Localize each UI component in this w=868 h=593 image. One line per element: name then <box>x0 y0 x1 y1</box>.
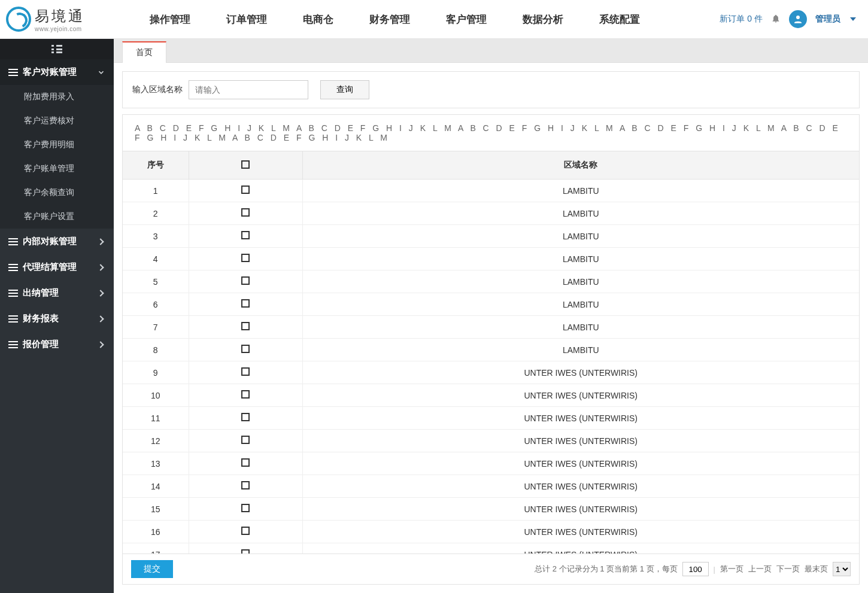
topnav-item-4[interactable]: 客户管理 <box>446 13 487 26</box>
sidebar-group-3[interactable]: 出纳管理 <box>0 280 114 306</box>
checkbox-icon[interactable] <box>241 208 250 217</box>
checkbox-icon[interactable] <box>241 345 250 353</box>
checkbox-icon[interactable] <box>241 504 250 512</box>
sidebar-group-2[interactable]: 代理结算管理 <box>0 254 114 280</box>
cell-region-name: UNTER IWES (UNTERWIRIS) <box>302 543 859 555</box>
cell-select[interactable] <box>189 543 302 555</box>
cell-select[interactable] <box>189 452 302 475</box>
checkbox-icon[interactable] <box>241 390 250 399</box>
alpha-index[interactable]: A B C D E F G H I J K L M A B C D E F G … <box>122 114 860 151</box>
region-table: 序号 区域名称 1LAMBITU2LAMBITU3LAMBITU4LAMBITU… <box>122 151 860 554</box>
cell-index: 5 <box>123 270 189 293</box>
checkbox-icon[interactable] <box>241 299 250 308</box>
table-row: 2LAMBITU <box>123 202 859 225</box>
cell-select[interactable] <box>189 384 302 407</box>
table-row: 17UNTER IWES (UNTERWIRIS) <box>123 543 859 555</box>
cell-select[interactable] <box>189 202 302 225</box>
bell-icon[interactable] <box>771 14 781 25</box>
page-next[interactable]: 下一页 <box>776 564 800 574</box>
sidebar-group-0[interactable]: 客户对账管理 <box>0 59 114 85</box>
top-nav: 操作管理订单管理电商仓财务管理客户管理数据分析系统配置 <box>150 13 720 26</box>
checkbox-icon[interactable] <box>241 185 250 194</box>
cell-region-name: LAMBITU <box>302 270 859 293</box>
table-row: 3LAMBITU <box>123 225 859 248</box>
cell-select[interactable] <box>189 339 302 361</box>
perpage-input[interactable] <box>682 562 709 576</box>
search-button[interactable]: 查询 <box>320 80 369 99</box>
chevron-right-icon <box>97 315 104 322</box>
region-name-input[interactable] <box>189 80 308 99</box>
chevron-down-icon[interactable] <box>850 17 856 21</box>
col-select[interactable] <box>189 151 302 180</box>
checkbox-icon[interactable] <box>241 413 250 421</box>
sidebar-item-0-4[interactable]: 客户余额查询 <box>0 181 114 205</box>
cell-select[interactable] <box>189 475 302 498</box>
cell-select[interactable] <box>189 361 302 384</box>
cell-index: 14 <box>123 475 189 498</box>
cell-index: 7 <box>123 316 189 339</box>
topnav-item-6[interactable]: 系统配置 <box>599 13 640 26</box>
cell-select[interactable] <box>189 248 302 270</box>
cell-select[interactable] <box>189 407 302 430</box>
checkbox-icon[interactable] <box>241 549 250 554</box>
list-icon <box>8 69 18 76</box>
user-name[interactable]: 管理员 <box>815 14 840 25</box>
sidebar-item-0-5[interactable]: 客户账户设置 <box>0 205 114 229</box>
sidebar-item-0-3[interactable]: 客户账单管理 <box>0 157 114 181</box>
main-content: 首页 输入区域名称 查询 A B C D E F G H I J K L M A… <box>114 39 868 593</box>
chevron-right-icon <box>97 238 104 245</box>
topnav-item-3[interactable]: 财务管理 <box>369 13 410 26</box>
checkbox-icon[interactable] <box>241 527 250 535</box>
table-row: 12UNTER IWES (UNTERWIRIS) <box>123 430 859 452</box>
cell-region-name: LAMBITU <box>302 180 859 202</box>
sidebar-group-1[interactable]: 内部对账管理 <box>0 229 114 254</box>
topnav-item-5[interactable]: 数据分析 <box>523 13 563 26</box>
checkbox-icon[interactable] <box>241 276 250 285</box>
sidebar-item-0-0[interactable]: 附加费用录入 <box>0 85 114 109</box>
submit-button[interactable]: 提交 <box>131 560 173 578</box>
cell-select[interactable] <box>189 498 302 521</box>
cell-select[interactable] <box>189 521 302 543</box>
search-bar: 输入区域名称 查询 <box>122 71 860 108</box>
checkbox-icon[interactable] <box>241 231 250 239</box>
checkbox-icon[interactable] <box>241 160 250 169</box>
cell-select[interactable] <box>189 225 302 248</box>
cell-select[interactable] <box>189 316 302 339</box>
page-select[interactable]: 1 <box>833 562 851 576</box>
checkbox-icon[interactable] <box>241 436 250 444</box>
search-label: 输入区域名称 <box>132 84 183 95</box>
topnav-item-1[interactable]: 订单管理 <box>226 13 267 26</box>
new-orders[interactable]: 新订单 0 件 <box>720 14 763 25</box>
topnav-item-2[interactable]: 电商仓 <box>303 13 333 26</box>
page-first[interactable]: 第一页 <box>720 564 743 574</box>
checkbox-icon[interactable] <box>241 254 250 262</box>
tab-home[interactable]: 首页 <box>122 41 166 63</box>
tab-bar: 首页 <box>114 39 868 63</box>
checkbox-icon[interactable] <box>241 458 250 467</box>
app-header: 易境通 www.yejoin.com 操作管理订单管理电商仓财务管理客户管理数据… <box>0 0 868 39</box>
page-prev[interactable]: 上一页 <box>748 564 772 574</box>
table-row: 5LAMBITU <box>123 270 859 293</box>
cell-region-name: UNTER IWES (UNTERWIRIS) <box>302 361 859 384</box>
table-row: 16UNTER IWES (UNTERWIRIS) <box>123 521 859 543</box>
sidebar-item-0-2[interactable]: 客户费用明细 <box>0 133 114 157</box>
cell-select[interactable] <box>189 430 302 452</box>
chevron-down-icon <box>97 68 105 77</box>
topnav-item-0[interactable]: 操作管理 <box>150 13 190 26</box>
page-last[interactable]: 最末页 <box>805 564 828 574</box>
logo[interactable]: 易境通 www.yejoin.com <box>6 7 114 32</box>
table-row: 15UNTER IWES (UNTERWIRIS) <box>123 498 859 521</box>
sidebar-group-4[interactable]: 财务报表 <box>0 306 114 332</box>
avatar[interactable] <box>789 10 807 28</box>
cell-select[interactable] <box>189 293 302 316</box>
checkbox-icon[interactable] <box>241 481 250 489</box>
sidebar-toggle[interactable] <box>0 39 114 59</box>
sidebar-group-5[interactable]: 报价管理 <box>0 332 114 357</box>
chevron-right-icon <box>97 264 104 270</box>
sidebar-item-0-1[interactable]: 客户运费核对 <box>0 109 114 133</box>
checkbox-icon[interactable] <box>241 322 250 330</box>
checkbox-icon[interactable] <box>241 367 250 376</box>
cell-select[interactable] <box>189 270 302 293</box>
cell-index: 9 <box>123 361 189 384</box>
cell-select[interactable] <box>189 180 302 202</box>
